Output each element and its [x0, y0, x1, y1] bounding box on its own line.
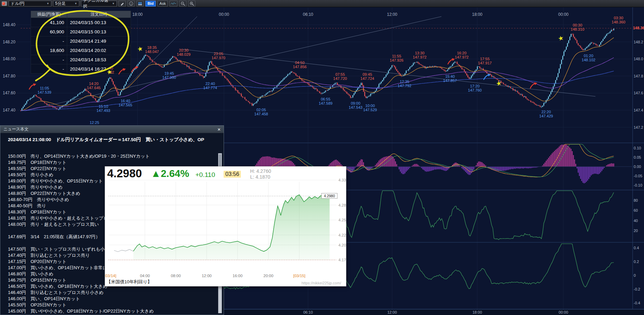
price-axis-label: 147.4	[634, 108, 643, 112]
time-axis-label: 18:00	[472, 12, 482, 17]
order-pnl: -	[31, 55, 67, 64]
technical-select[interactable]: テクニカル選択 ▼	[81, 1, 117, 7]
info-icon: i	[129, 1, 133, 6]
fx-trading-app: ドル/円 ▼ 5分足 ▼ テクニカル選択 ▼ i Bid Ask	[0, 0, 644, 315]
close-icon[interactable]: ×	[217, 127, 221, 132]
order-pnl: 18,600	[31, 46, 67, 55]
chevron-down-icon: ▼	[74, 2, 77, 5]
momentum-axis-label: 0.2	[634, 260, 639, 264]
price-annotation: 02:05147.458	[254, 108, 268, 116]
yield-time: 03:56	[224, 171, 241, 178]
yield-caption: 【米国債10年利回り】	[106, 279, 152, 285]
svg-text:4.22: 4.22	[338, 233, 346, 237]
price-annotation: 16:40147.565	[119, 99, 132, 107]
zoom-in-icon	[190, 1, 194, 6]
time-axis-label: 00:00	[558, 12, 569, 17]
time-axis-label: 00:00	[559, 310, 568, 314]
price-annotation: 23:05147.970	[212, 52, 225, 60]
price-annotation: 01:20148.102	[582, 54, 595, 62]
price-axis-label: 148.2	[634, 40, 643, 44]
news-line: 145.50円 OP25日NYカット	[8, 302, 216, 308]
order-datetime: 2024/03/15 00:13	[67, 27, 131, 36]
order-row[interactable]: 60,9002024/03/15 00:13	[31, 27, 131, 36]
order-pnl: -	[31, 64, 67, 74]
svg-text:4.17: 4.17	[338, 258, 346, 262]
price-annotation: 10:00147.529	[363, 104, 377, 112]
currency-pair-value: ドル/円	[11, 1, 24, 7]
svg-text:20:00: 20:00	[264, 274, 274, 278]
order-pnl: -	[31, 36, 67, 46]
price-annotation: 15:40147.857	[443, 74, 457, 83]
price-axis-label: 147.8	[634, 74, 643, 78]
chevron-down-icon: ▼	[112, 2, 115, 5]
svg-text:4.28: 4.28	[338, 203, 346, 207]
order-row[interactable]: -2024/03/14 16:27	[31, 64, 131, 74]
order-datetime: 2024/03/14 18:53	[67, 55, 131, 64]
zoom-in-button[interactable]	[188, 1, 195, 7]
time-axis-label: 06:10	[303, 310, 313, 314]
svg-text:08:00: 08:00	[171, 274, 181, 278]
order-row[interactable]: -2024/03/14 21:49	[31, 36, 131, 46]
price-annotation: 12:25	[90, 120, 99, 125]
svg-text:i: i	[131, 2, 132, 5]
price-annotation: 03:30148.360	[612, 16, 625, 24]
svg-text:4.20: 4.20	[338, 243, 346, 247]
order-row[interactable]: 41,1002024/03/15 00:13	[31, 18, 131, 27]
currency-pair-select[interactable]: ドル/円 ▼	[9, 1, 51, 7]
zoom-out-button[interactable]	[179, 1, 186, 7]
news-line: 146.00円 買い、OP14日NYカット	[8, 296, 216, 302]
time-axis-label: 18:00	[472, 310, 482, 314]
price-axis-label: 148.0	[634, 57, 643, 61]
pencil-icon	[120, 1, 124, 6]
momentum-axis-label: -0.2	[634, 287, 640, 291]
price-annotation: 12:35147.792	[398, 80, 411, 88]
order-row[interactable]: 18,6002024/03/14 20:02	[31, 46, 131, 55]
news-panel-titlebar[interactable]: ニュース本文 ×	[0, 126, 224, 133]
price-annotation: 00:30148.310	[571, 23, 584, 31]
price-axis-label: 148.20	[3, 40, 16, 44]
news-line: 150.00円 売り、OP14日NYカット大きめ/OP19・20・25日NYカッ…	[8, 153, 216, 159]
order-datetime: 2024/03/14 20:02	[67, 46, 131, 55]
draw-tool-button[interactable]	[119, 1, 126, 7]
palette-icon	[138, 1, 142, 6]
price-annotation: 04:50147.856	[293, 61, 307, 69]
order-table: 損益(円換算)注文日時41,1002024/03/15 00:1360,9002…	[31, 11, 131, 74]
order-table-header: 注文日時	[67, 11, 131, 18]
price-annotation: 13:30147.972	[413, 51, 427, 59]
yield-chart-overlay: 4.334.284.254.224.204.17[03/14]04:0008:0…	[105, 166, 346, 286]
price-axis-label: 147.40	[3, 108, 16, 113]
order-pnl: 60,900	[31, 27, 67, 36]
toolbar: ドル/円 ▼ 5分足 ▼ テクニカル選択 ▼ i Bid Ask	[0, 0, 644, 7]
chart-mode-button[interactable]	[170, 1, 177, 7]
macd-axis-label: -0.05	[634, 174, 642, 178]
order-datetime: 2024/03/15 00:13	[67, 18, 131, 27]
technical-value: テクニカル選択	[83, 0, 110, 9]
style-button[interactable]	[136, 1, 144, 7]
info-button[interactable]: i	[127, 1, 135, 7]
wave-chart-icon	[171, 1, 176, 6]
price-annotation: 17:55147.917	[478, 57, 492, 65]
yield-chart-canvas: 4.334.284.254.224.204.17[03/14]04:0008:0…	[105, 167, 346, 286]
order-table-header: 損益(円換算)	[31, 11, 67, 18]
price-annotation: 40792	[108, 66, 114, 74]
momentum-axis-label: 0.4	[634, 246, 639, 250]
rsi-axis-label: 20	[634, 229, 638, 233]
yield-high: H: 4.2760	[250, 168, 271, 174]
macd-axis-label: 0.00	[634, 165, 641, 169]
time-axis-label: 12:00	[387, 310, 397, 314]
bid-button[interactable]: Bid	[145, 1, 156, 7]
macd-axis-label: 0.10	[634, 146, 641, 150]
momentum-axis-label: 0	[634, 273, 636, 277]
timeframe-select[interactable]: 5分足 ▼	[53, 1, 79, 7]
app-icon-dot	[2, 2, 5, 5]
news-headline: 2024/03/14 21:08:00 ドル円リアルタイムオーダー＝147.50…	[8, 137, 204, 143]
rsi-axis-label: 40	[634, 219, 638, 223]
time-axis-label: 18:00	[132, 12, 143, 17]
ask-button[interactable]: Ask	[157, 1, 168, 7]
order-history-table: 損益(円換算)注文日時41,1002024/03/15 00:1360,9002…	[31, 11, 131, 74]
price-annotation: 22:40147.774	[203, 82, 217, 90]
order-row[interactable]: -2024/03/14 18:53	[31, 55, 131, 64]
svg-text:16:00: 16:00	[233, 274, 243, 278]
svg-text:4.2980: 4.2980	[324, 194, 335, 198]
momentum-axis-label: -0.4	[634, 301, 640, 305]
